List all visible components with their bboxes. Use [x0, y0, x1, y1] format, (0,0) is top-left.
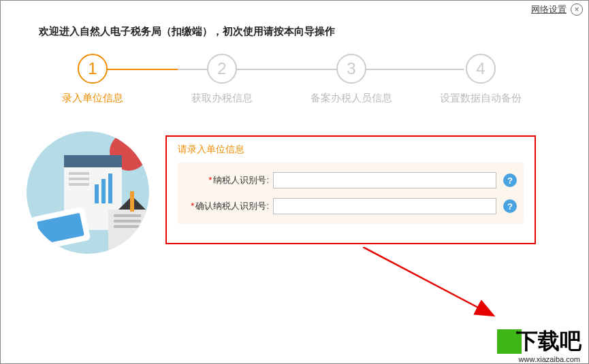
form-panel: 请录入单位信息 *纳税人识别号: ? *确认纳税人识别号: ?	[165, 135, 536, 244]
tax-id-confirm-input[interactable]	[273, 198, 496, 214]
tax-id-label: *纳税人识别号:	[185, 174, 273, 186]
svg-rect-7	[69, 183, 89, 186]
network-settings-link[interactable]: 网络设置	[531, 3, 567, 16]
step-2: 2 获取办税信息	[171, 54, 273, 105]
step-3: 3 备案办税人员信息	[300, 54, 402, 105]
step-4-number: 4	[466, 54, 496, 84]
svg-rect-4	[64, 155, 122, 167]
required-mark: *	[191, 201, 194, 211]
step-1-label: 录入单位信息	[62, 92, 123, 105]
svg-rect-15	[114, 220, 141, 222]
help-icon[interactable]: ?	[503, 199, 517, 213]
illustration-image	[27, 131, 149, 254]
svg-rect-6	[69, 178, 89, 180]
form-title: 请录入单位信息	[178, 144, 524, 156]
tax-id-row: *纳税人识别号: ?	[185, 172, 517, 188]
step-3-label: 备案办税人员信息	[311, 92, 392, 105]
annotation-arrow	[363, 247, 506, 329]
tax-id-confirm-label: *确认纳税人识别号:	[185, 200, 273, 212]
step-2-number: 2	[207, 54, 237, 84]
svg-line-20	[363, 247, 492, 315]
svg-rect-8	[95, 184, 99, 203]
watermark-logo: 下载吧	[497, 327, 582, 357]
page-title: 欢迎进入自然人电子税务局（扣缴端），初次使用请按本向导操作	[39, 25, 335, 38]
step-1: 1 录入单位信息	[42, 54, 144, 105]
step-1-number: 1	[78, 54, 108, 84]
help-icon[interactable]: ?	[503, 173, 517, 187]
required-mark: *	[208, 175, 212, 185]
svg-rect-5	[69, 172, 89, 175]
step-2-label: 获取办税信息	[191, 92, 253, 105]
step-4-label: 设置数据自动备份	[440, 92, 522, 105]
svg-rect-14	[114, 214, 141, 217]
step-3-number: 3	[336, 54, 366, 84]
tax-id-input[interactable]	[273, 172, 496, 188]
svg-rect-10	[108, 173, 112, 203]
wizard-stepper: 1 录入单位信息 2 获取办税信息 3 备案办税人员信息 4 设置数据自动备份	[42, 54, 532, 105]
svg-rect-18	[130, 191, 134, 212]
tax-id-confirm-label-text: 确认纳税人识别号:	[195, 201, 269, 211]
step-4: 4 设置数据自动备份	[430, 54, 532, 105]
watermark-text: 下载吧	[516, 327, 582, 357]
close-icon[interactable]: ×	[571, 3, 583, 16]
watermark-url: www.xiazaiba.com	[519, 355, 580, 363]
form-body: *纳税人识别号: ? *确认纳税人识别号: ?	[178, 163, 524, 224]
svg-rect-16	[114, 225, 141, 228]
svg-rect-9	[101, 179, 106, 203]
tax-id-label-text: 纳税人识别号:	[213, 175, 269, 185]
tax-id-confirm-row: *确认纳税人识别号: ?	[185, 198, 517, 214]
